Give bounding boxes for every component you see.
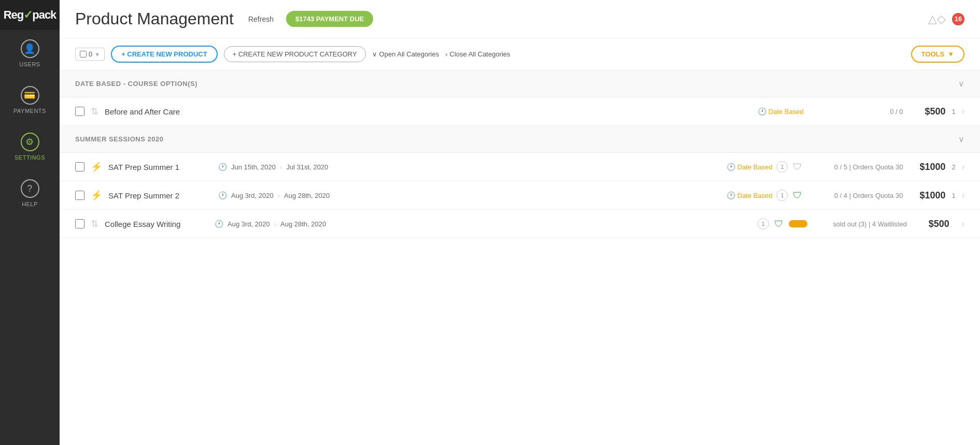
row-chevron-college-essay[interactable]: ›: [962, 219, 964, 228]
dates-sat-prep-2: 🕐 Aug 3rd, 2020 › Aug 28th, 2020: [218, 191, 330, 199]
tools-button[interactable]: TOOLS ▼: [911, 46, 964, 63]
category-chevron-summer[interactable]: ∨: [958, 134, 964, 144]
payment-due-badge[interactable]: $1743 PAYMENT DUE: [286, 11, 373, 27]
logo-text: Reg✓pack: [4, 8, 56, 22]
payments-icon: 💳: [21, 86, 39, 105]
date-based-label-before-after-care: Date Based: [769, 108, 804, 116]
create-category-button[interactable]: + CREATE NEW PRODUCT CATEGORY: [224, 46, 366, 62]
sidebar-item-users[interactable]: 👤 USERS: [0, 30, 60, 77]
sidebar-item-help[interactable]: ? HELP: [0, 170, 60, 217]
count-sat-prep-2: 1: [951, 192, 955, 199]
tags-sat-prep-2: 🕐 Date Based 1 🛡: [727, 190, 804, 201]
help-icon: ?: [21, 179, 39, 198]
tag-date-based-sat-prep-1: 🕐 Date Based: [727, 163, 773, 171]
shield-icon-sat-prep-1: 🛡: [792, 161, 803, 173]
header-right: △◇ 16: [928, 12, 964, 26]
stats-sat-prep-2: 0 / 4 | Orders Quota 30: [809, 192, 903, 199]
row-chevron-sat-prep-1[interactable]: ›: [962, 162, 964, 171]
date-end-sat-prep-1: Jul 31st, 2020: [286, 163, 328, 171]
stats-before-after-care: 0 / 0: [809, 108, 903, 116]
badge-sat-prep-2: 1: [776, 190, 788, 201]
badge-sat-prep-1: 1: [776, 161, 788, 173]
product-name-sat-prep-1: SAT Prep Summer 1: [108, 163, 212, 171]
dates-college-essay: 🕐 Aug 3rd, 2020 › Aug 28th, 2020: [215, 220, 326, 228]
product-name-college-essay: College Essay Writing: [105, 220, 208, 228]
tags-college-essay: 1 🛡: [758, 218, 807, 229]
sidebar-item-settings[interactable]: ⚙ SETTINGS: [0, 123, 60, 170]
product-name-before-after-care: Before and After Care: [105, 107, 208, 116]
yellow-pill-college-essay: [789, 220, 807, 227]
select-all-checkbox[interactable]: [80, 51, 87, 58]
product-row-sat-prep-1: ⚡ SAT Prep Summer 1 🕐 Jun 15th, 2020 › J…: [60, 153, 980, 181]
select-count-wrapper[interactable]: 0 ▼: [75, 48, 105, 61]
product-checkbox-before-after-care[interactable]: [75, 107, 84, 116]
sidebar-label-settings: SETTINGS: [15, 154, 45, 161]
product-row-before-after-care: ⇅ Before and After Care 🕐 Date Based 0 /…: [60, 97, 980, 126]
category-chevron-date-based[interactable]: ∨: [958, 79, 964, 89]
row-chevron-sat-prep-2[interactable]: ›: [962, 191, 964, 200]
open-all-icon: ∨: [372, 50, 377, 58]
stats-sat-prep-1: 0 / 5 | Orders Quota 30: [809, 163, 903, 171]
product-name-sat-prep-2: SAT Prep Summer 2: [108, 191, 212, 200]
price-sat-prep-1: $1000: [909, 162, 945, 173]
count-sat-prep-1: 2: [951, 163, 955, 171]
sidebar-label-users: USERS: [19, 61, 40, 67]
open-all-categories-link[interactable]: ∨ Open All Categories: [372, 50, 439, 58]
price-before-after-care: $500: [909, 106, 945, 117]
settings-icon: ⚙: [21, 133, 39, 151]
date-based-label-sat-prep-1: Date Based: [737, 163, 773, 171]
dates-sat-prep-1: 🕐 Jun 15th, 2020 › Jul 31st, 2020: [218, 163, 328, 171]
refresh-button[interactable]: Refresh: [248, 15, 274, 23]
shield-icon-sat-prep-2: 🛡: [792, 190, 803, 201]
tags-sat-prep-1: 🕐 Date Based 1 🛡: [727, 161, 804, 173]
sidebar-logo: Reg✓pack: [0, 0, 60, 30]
content-area: DATE BASED - COURSE OPTION(S) ∨ ⇅ Before…: [60, 70, 980, 445]
notification-count[interactable]: 16: [952, 13, 964, 25]
sidebar-label-help: HELP: [22, 201, 38, 207]
category-summer-sessions[interactable]: SUMMER SESSIONS 2020 ∨: [60, 126, 980, 153]
select-dropdown-icon[interactable]: ▼: [94, 51, 100, 58]
row-chevron-before-after-care[interactable]: ›: [962, 107, 964, 116]
close-all-categories-link[interactable]: › Close All Categories: [445, 50, 510, 58]
product-checkbox-college-essay[interactable]: [75, 219, 84, 228]
sidebar-label-payments: PAYMENTS: [13, 108, 46, 114]
product-row-college-essay: ⇅ College Essay Writing 🕐 Aug 3rd, 2020 …: [60, 210, 980, 238]
date-start-college-essay: Aug 3rd, 2020: [228, 220, 270, 228]
product-checkbox-sat-prep-1[interactable]: [75, 162, 84, 171]
category-title-date-based: DATE BASED - COURSE OPTION(S): [75, 80, 197, 88]
date-start-icon-essay: 🕐: [215, 220, 223, 228]
category-title-summer: SUMMER SESSIONS 2020: [75, 135, 163, 143]
tag-date-based-sat-prep-2: 🕐 Date Based: [727, 191, 773, 199]
clock-icon-sat-prep-2: 🕐: [727, 191, 735, 199]
sidebar: Reg✓pack 👤 USERS 💳 PAYMENTS ⚙ SETTINGS ?…: [0, 0, 60, 445]
main-panel: Product Management Refresh $1743 PAYMENT…: [60, 0, 980, 445]
date-start-icon-2: 🕐: [218, 191, 227, 199]
shield-icon-college-essay: 🛡: [773, 218, 785, 229]
select-count: 0: [89, 50, 92, 58]
create-product-button[interactable]: + CREATE NEW PRODUCT: [111, 46, 218, 63]
drag-handle-college-essay: ⇅: [91, 218, 98, 229]
clock-icon-sat-prep-1: 🕐: [727, 163, 735, 171]
date-based-label-sat-prep-2: Date Based: [737, 192, 773, 199]
lightning-icon-sat-prep-1: ⚡: [91, 161, 102, 173]
price-sat-prep-2: $1000: [909, 190, 945, 201]
clock-icon-before-after-care: 🕐: [758, 107, 766, 116]
date-end-sat-prep-2: Aug 28th, 2020: [284, 192, 330, 199]
product-row-sat-prep-2: ⚡ SAT Prep Summer 2 🕐 Aug 3rd, 2020 › Au…: [60, 181, 980, 210]
shapes-icon: △◇: [928, 12, 946, 26]
date-arrow-essay: ›: [274, 220, 276, 228]
count-before-after-care: 1: [951, 108, 955, 116]
drag-handle-before-after-care: ⇅: [91, 106, 98, 117]
product-checkbox-sat-prep-2[interactable]: [75, 191, 84, 200]
sidebar-item-payments[interactable]: 💳 PAYMENTS: [0, 77, 60, 123]
price-college-essay: $500: [913, 219, 949, 229]
date-arrow-2: ›: [278, 192, 280, 199]
date-arrow-1: ›: [280, 163, 282, 171]
header-icons: △◇: [928, 12, 946, 26]
date-start-sat-prep-2: Aug 3rd, 2020: [231, 192, 274, 199]
category-date-based-course[interactable]: DATE BASED - COURSE OPTION(S) ∨: [60, 70, 980, 97]
tags-before-after-care: 🕐 Date Based: [758, 107, 804, 116]
lightning-icon-sat-prep-2: ⚡: [91, 190, 102, 201]
page-title: Product Management: [75, 9, 234, 28]
close-all-icon: ›: [445, 50, 447, 58]
